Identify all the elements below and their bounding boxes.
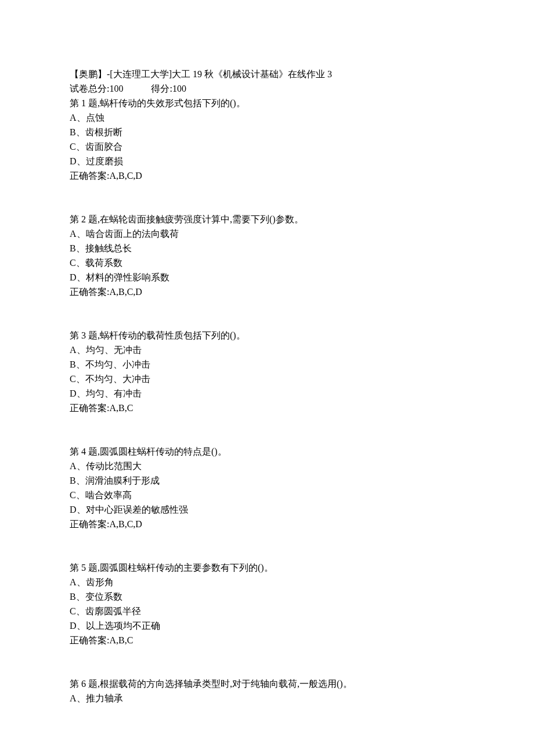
question-block: 第 4 题,圆弧圆柱蜗杆传动的特点是()。 A、传动比范围大 B、润滑油膜利于形… (70, 444, 464, 531)
question-stem: 第 2 题,在蜗轮齿面接触疲劳强度计算中,需要下列()参数。 (70, 212, 464, 226)
option: A、齿形角 (70, 575, 464, 589)
option: D、以上选项均不正确 (70, 618, 464, 633)
option: D、对中心距误差的敏感性强 (70, 502, 464, 517)
question-stem: 第 4 题,圆弧圆柱蜗杆传动的特点是()。 (70, 444, 464, 459)
question-block: 第 3 题,蜗杆传动的载荷性质包括下列的()。 A、均匀、无冲击 B、不均匀、小… (70, 328, 464, 415)
option: C、啮合效率高 (70, 488, 464, 502)
document-page: 【奥鹏】-[大连理工大学]大工 19 秋《机械设计基础》在线作业 3 试卷总分:… (0, 0, 534, 740)
question-spacer (70, 183, 464, 212)
option: C、不均匀、大冲击 (70, 372, 464, 386)
question-block: 第 6 题,根据载荷的方向选择轴承类型时,对于纯轴向载荷,一般选用()。 A、推… (70, 676, 464, 705)
option: A、均匀、无冲击 (70, 343, 464, 357)
option: C、载荷系数 (70, 255, 464, 270)
option: B、润滑油膜利于形成 (70, 473, 464, 488)
question-block: 第 1 题,蜗杆传动的失效形式包括下列的()。 A、点蚀 B、齿根折断 C、齿面… (70, 96, 464, 183)
total-score-label: 试卷总分:100 (70, 81, 123, 96)
question-stem: 第 5 题,圆弧圆柱蜗杆传动的主要参数有下列的()。 (70, 560, 464, 575)
obtained-score-label: 得分:100 (151, 81, 186, 96)
score-line: 试卷总分:100 得分:100 (70, 81, 464, 96)
option: A、点蚀 (70, 110, 464, 125)
answer-line: 正确答案:A,B,C,D (70, 285, 464, 299)
option: A、推力轴承 (70, 691, 464, 705)
option: D、过度磨损 (70, 154, 464, 168)
answer-line: 正确答案:A,B,C (70, 633, 464, 647)
option: A、传动比范围大 (70, 459, 464, 473)
option: C、齿面胶合 (70, 139, 464, 154)
question-spacer (70, 647, 464, 676)
question-spacer (70, 299, 464, 328)
option: D、材料的弹性影响系数 (70, 270, 464, 285)
option: A、啮合齿面上的法向载荷 (70, 226, 464, 241)
answer-line: 正确答案:A,B,C (70, 401, 464, 415)
question-stem: 第 1 题,蜗杆传动的失效形式包括下列的()。 (70, 96, 464, 110)
option: B、齿根折断 (70, 125, 464, 139)
answer-line: 正确答案:A,B,C,D (70, 168, 464, 183)
question-stem: 第 6 题,根据载荷的方向选择轴承类型时,对于纯轴向载荷,一般选用()。 (70, 676, 464, 691)
document-title: 【奥鹏】-[大连理工大学]大工 19 秋《机械设计基础》在线作业 3 (70, 67, 464, 81)
option: B、接触线总长 (70, 241, 464, 255)
option: C、齿廓圆弧半径 (70, 604, 464, 618)
score-gap (123, 81, 151, 96)
option: B、不均匀、小冲击 (70, 357, 464, 372)
question-spacer (70, 531, 464, 560)
option: D、均匀、有冲击 (70, 386, 464, 401)
question-block: 第 2 题,在蜗轮齿面接触疲劳强度计算中,需要下列()参数。 A、啮合齿面上的法… (70, 212, 464, 299)
option: B、变位系数 (70, 589, 464, 604)
question-stem: 第 3 题,蜗杆传动的载荷性质包括下列的()。 (70, 328, 464, 343)
question-spacer (70, 415, 464, 444)
question-block: 第 5 题,圆弧圆柱蜗杆传动的主要参数有下列的()。 A、齿形角 B、变位系数 … (70, 560, 464, 647)
answer-line: 正确答案:A,B,C,D (70, 517, 464, 531)
